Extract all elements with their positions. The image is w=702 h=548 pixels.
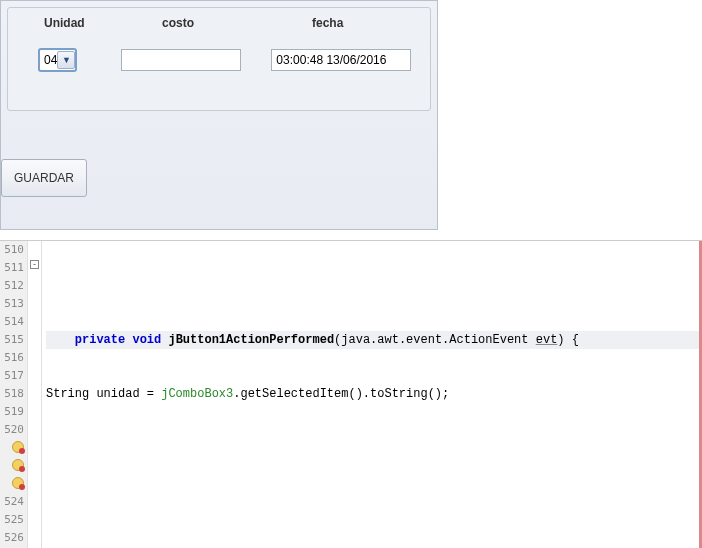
unidad-value: 04 — [44, 53, 57, 67]
fold-toggle-icon[interactable]: - — [30, 260, 39, 269]
gutter-warning-icon — [0, 475, 24, 493]
label-costo: costo — [162, 16, 312, 30]
line-number: 524 — [0, 493, 24, 511]
line-number: 512 — [0, 277, 24, 295]
line-gutter: 510 511 512 513 514 515 516 517 518 519 … — [0, 241, 28, 548]
label-unidad: Unidad — [44, 16, 162, 30]
form-panel: Unidad costo fecha 04 ▼ GUARDAR — [0, 0, 438, 230]
form-inner: Unidad costo fecha 04 ▼ — [7, 7, 431, 111]
code-editor: 510 511 512 513 514 515 516 517 518 519 … — [0, 240, 702, 548]
fecha-input[interactable] — [271, 49, 411, 71]
line-number: 515 — [0, 331, 24, 349]
guardar-button[interactable]: GUARDAR — [1, 159, 87, 197]
line-number: 513 — [0, 295, 24, 313]
line-number: 510 — [0, 241, 24, 259]
line-number: 525 — [0, 511, 24, 529]
line-number: 511 — [0, 259, 24, 277]
label-fecha: fecha — [312, 16, 343, 30]
line-number: 518 — [0, 385, 24, 403]
line-number: 520 — [0, 421, 24, 439]
unidad-combobox[interactable]: 04 ▼ — [38, 48, 77, 72]
chevron-down-icon: ▼ — [57, 51, 75, 69]
fold-column: - — [28, 241, 42, 548]
gutter-warning-icon — [0, 439, 24, 457]
costo-input[interactable] — [121, 49, 241, 71]
line-number: 516 — [0, 349, 24, 367]
code-content[interactable]: private void jButton1ActionPerformed(jav… — [42, 241, 702, 548]
gutter-warning-icon — [0, 457, 24, 475]
line-number: 517 — [0, 367, 24, 385]
line-number: 519 — [0, 403, 24, 421]
line-number: 514 — [0, 313, 24, 331]
line-number: 526 — [0, 529, 24, 547]
